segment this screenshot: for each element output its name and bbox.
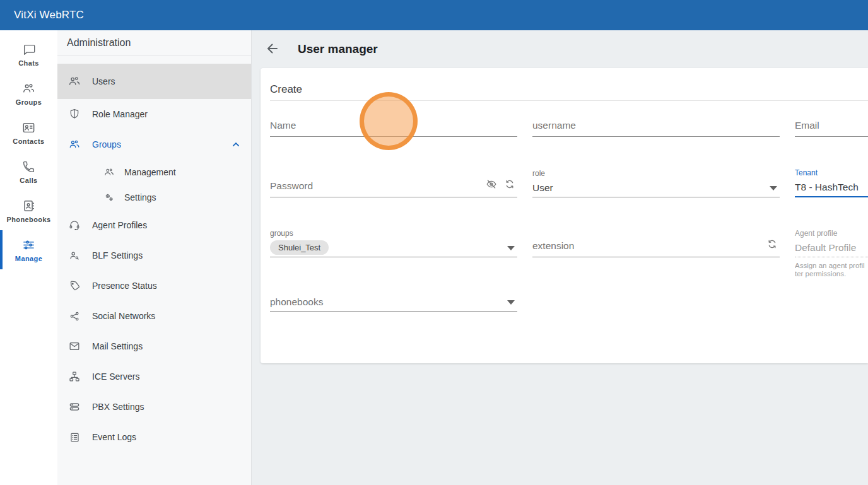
tenant-label: Tenant — [795, 168, 868, 178]
headset-icon — [67, 218, 82, 233]
name-field — [270, 119, 517, 137]
rail-label: Chats — [18, 59, 39, 67]
agent-profile-helper: Assign an agent profil ter permissions. — [795, 262, 868, 278]
sidebar-item-presence-status[interactable]: Presence Status — [57, 271, 251, 301]
admin-sidebar-header: Administration — [57, 30, 251, 56]
create-user-card: Create — [261, 68, 868, 363]
form-row-3: groups Shulei_Test Agent profile — [270, 228, 868, 257]
role-label: role — [532, 168, 780, 178]
sidebar-item-label: Settings — [124, 192, 156, 202]
rail-item-chats[interactable]: Chats — [0, 35, 57, 74]
sidebar-item-blf-settings[interactable]: BLF Settings — [57, 240, 251, 271]
groups-field: groups Shulei_Test — [270, 228, 517, 257]
rail-item-contacts[interactable]: Contacts — [0, 113, 57, 152]
password-field — [270, 179, 517, 197]
agent-profile-label: Agent profile — [795, 228, 868, 238]
phone-icon — [22, 160, 35, 175]
mail-icon — [67, 339, 82, 354]
share-icon — [67, 308, 82, 324]
rail-label: Phonebooks — [6, 216, 50, 223]
password-input[interactable] — [270, 179, 517, 197]
autorenew-icon[interactable] — [503, 178, 516, 193]
agent-profile-field: Agent profile Default Profile Assign an … — [795, 228, 868, 257]
role-value: User — [532, 182, 553, 194]
autorenew-icon[interactable] — [766, 238, 778, 253]
username-input[interactable] — [532, 119, 780, 137]
phonebooks-field: phonebooks — [270, 293, 517, 312]
sidebar-item-label: Social Networks — [92, 311, 155, 321]
sidebar-item-agent-profiles[interactable]: Agent Profiles — [57, 210, 251, 240]
sidebar-item-social-networks[interactable]: Social Networks — [57, 301, 251, 331]
sidebar-item-label: BLF Settings — [92, 250, 143, 260]
sidebar-item-label: ICE Servers — [92, 371, 139, 382]
tune-icon — [21, 238, 36, 253]
sidebar-item-label: Presence Status — [92, 281, 157, 291]
phonebook-icon — [21, 199, 36, 214]
chat-icon — [22, 42, 36, 57]
sidebar-item-groups-management[interactable]: Management — [57, 160, 251, 185]
email-input[interactable] — [795, 119, 868, 137]
rail-label: Contacts — [13, 137, 44, 145]
sidebar-item-groups-settings[interactable]: Settings — [57, 185, 251, 210]
form-row-4: phonebooks — [270, 293, 868, 312]
sidebar-item-label: Users — [92, 76, 115, 86]
network-icon — [67, 369, 82, 384]
tag-icon — [67, 278, 82, 293]
role-select[interactable]: User — [532, 178, 780, 197]
back-button[interactable] — [260, 37, 285, 62]
chevron-up-icon[interactable] — [230, 138, 242, 153]
rail-label: Calls — [20, 177, 37, 184]
shield-icon — [67, 107, 82, 122]
rail-item-manage[interactable]: Manage — [0, 230, 57, 269]
admin-sidebar-title: Administration — [67, 37, 131, 49]
username-field — [532, 119, 780, 137]
sidebar-item-label: Agent Profiles — [92, 220, 147, 230]
server-icon — [67, 399, 82, 414]
form-row-2: role User Tenant T8 - HashTech — [270, 168, 868, 197]
chevron-down-icon — [507, 246, 515, 250]
rail-item-groups[interactable]: Groups — [0, 74, 57, 113]
extension-input[interactable] — [532, 239, 780, 257]
sidebar-item-label: PBX Settings — [92, 402, 144, 412]
name-input[interactable] — [270, 119, 517, 137]
arrow-left-icon — [265, 41, 280, 58]
sidebar-item-label: Mail Settings — [92, 341, 143, 351]
tenant-value: T8 - HashTech — [795, 182, 859, 193]
page-title: User manager — [298, 42, 378, 56]
rail-item-phonebooks[interactable]: Phonebooks — [0, 191, 57, 230]
sidebar-item-mail-settings[interactable]: Mail Settings — [57, 331, 251, 361]
users-icon — [67, 74, 82, 89]
rail-item-calls[interactable]: Calls — [0, 152, 57, 191]
sidebar-item-label: Groups — [92, 139, 121, 149]
phonebooks-placeholder: phonebooks — [270, 296, 323, 308]
admin-sidebar-list: Users Role Manager Groups — [57, 56, 251, 452]
divider — [270, 100, 868, 101]
chevron-down-icon — [507, 300, 515, 305]
rail-label: Groups — [16, 98, 42, 106]
tenant-select[interactable]: T8 - HashTech — [795, 178, 868, 197]
card-title: Create — [261, 68, 868, 96]
chevron-down-icon — [770, 186, 777, 190]
gears-icon — [103, 191, 115, 204]
person-dot-icon — [67, 248, 82, 263]
list-icon — [67, 429, 82, 445]
sidebar-item-label: Role Manager — [92, 109, 148, 119]
sidebar-item-pbx-settings[interactable]: PBX Settings — [57, 392, 251, 422]
agent-profile-select: Default Profile — [795, 238, 868, 257]
sidebar-item-role-manager[interactable]: Role Manager — [57, 99, 251, 129]
main-header: User manager — [252, 30, 868, 68]
form-row-1 — [270, 119, 868, 137]
nav-rail: Chats Groups Contacts Calls Phonebooks — [0, 30, 57, 485]
main-content: User manager Create — [252, 30, 868, 485]
sidebar-item-label: Event Logs — [92, 432, 136, 442]
tenant-field: Tenant T8 - HashTech — [795, 168, 868, 197]
phonebooks-select[interactable]: phonebooks — [270, 293, 517, 312]
sidebar-item-groups[interactable]: Groups — [57, 129, 251, 160]
sidebar-item-users[interactable]: Users — [57, 64, 251, 99]
vitxi-app: VitXi WebRTC Chats Groups Contacts Call — [0, 0, 868, 485]
sidebar-item-event-logs[interactable]: Event Logs — [57, 422, 251, 452]
group-chip[interactable]: Shulei_Test — [270, 240, 329, 255]
sidebar-item-ice-servers[interactable]: ICE Servers — [57, 361, 251, 392]
eye-off-icon[interactable] — [485, 178, 498, 193]
groups-select[interactable]: Shulei_Test — [270, 238, 517, 257]
